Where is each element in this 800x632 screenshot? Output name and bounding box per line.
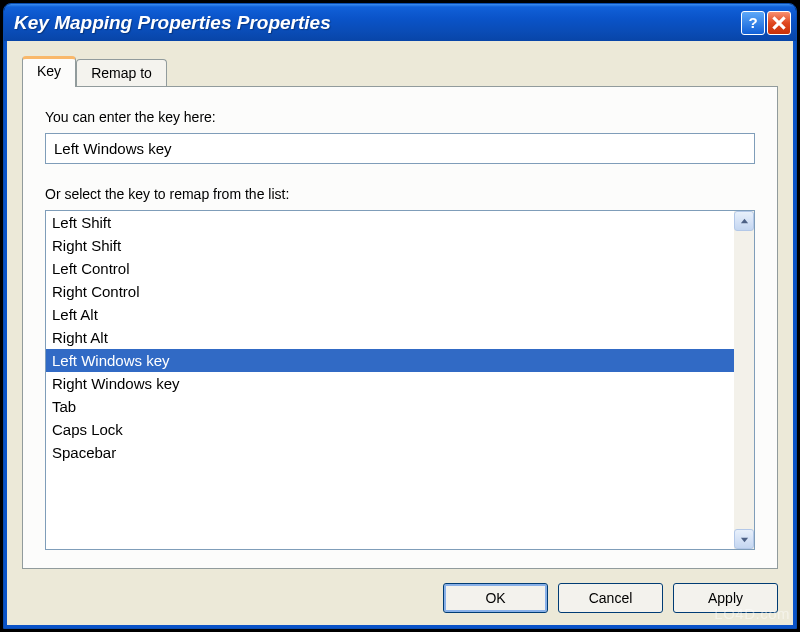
list-item[interactable]: Tab: [46, 395, 734, 418]
list-item[interactable]: Right Control: [46, 280, 734, 303]
list-item[interactable]: Left Alt: [46, 303, 734, 326]
close-icon: [772, 16, 786, 30]
dialog-buttons: OK Cancel Apply: [22, 583, 778, 613]
scroll-down-button[interactable]: [734, 529, 754, 549]
list-item[interactable]: Caps Lock: [46, 418, 734, 441]
tab-key[interactable]: Key: [22, 56, 76, 87]
label-enter-key: You can enter the key here:: [45, 109, 755, 125]
ok-button[interactable]: OK: [443, 583, 548, 613]
dialog-window: Key Mapping Properties Properties ? Key …: [3, 3, 797, 629]
list-item[interactable]: Left Shift: [46, 211, 734, 234]
tab-remap-to-label: Remap to: [91, 65, 152, 81]
key-input[interactable]: [45, 133, 755, 164]
titlebar[interactable]: Key Mapping Properties Properties ?: [4, 4, 796, 41]
watermark: LO4D.com: [714, 605, 790, 622]
key-list[interactable]: Left ShiftRight ShiftLeft ControlRight C…: [46, 211, 734, 549]
list-item[interactable]: Right Windows key: [46, 372, 734, 395]
list-item[interactable]: Spacebar: [46, 441, 734, 464]
chevron-up-icon: [740, 217, 749, 226]
key-listbox: Left ShiftRight ShiftLeft ControlRight C…: [45, 210, 755, 550]
list-item[interactable]: Right Shift: [46, 234, 734, 257]
list-item[interactable]: Right Alt: [46, 326, 734, 349]
label-select-key: Or select the key to remap from the list…: [45, 186, 755, 202]
tab-row: Key Remap to: [22, 56, 778, 86]
scroll-track[interactable]: [734, 231, 754, 529]
tab-key-label: Key: [37, 63, 61, 79]
scrollbar: [734, 211, 754, 549]
list-item[interactable]: Left Control: [46, 257, 734, 280]
chevron-down-icon: [740, 535, 749, 544]
dialog-client: Key Remap to You can enter the key here:…: [4, 41, 796, 628]
tab-panel-key: You can enter the key here: Or select th…: [22, 86, 778, 569]
scroll-up-button[interactable]: [734, 211, 754, 231]
list-item[interactable]: Left Windows key: [46, 349, 734, 372]
help-button[interactable]: ?: [741, 11, 765, 35]
tab-remap-to[interactable]: Remap to: [76, 59, 167, 86]
close-button[interactable]: [767, 11, 791, 35]
window-title: Key Mapping Properties Properties: [14, 12, 739, 34]
cancel-button[interactable]: Cancel: [558, 583, 663, 613]
